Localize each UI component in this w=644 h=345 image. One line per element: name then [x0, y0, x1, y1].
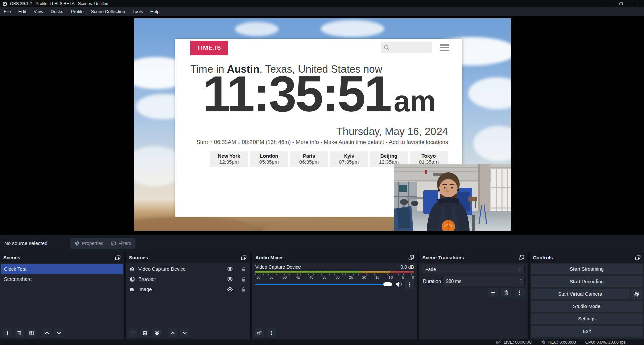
- spin-down-icon[interactable]: [519, 282, 522, 284]
- move-source-down-button[interactable]: [180, 328, 189, 337]
- remove-source-button[interactable]: [140, 328, 149, 337]
- scenes-list: Clock TestScreenshare: [0, 264, 124, 284]
- timeis-sun-info: Sun: ↑ 06:35AM ↓ 08:20PM (13h 46m) - Mor…: [197, 139, 448, 145]
- meter-yellow-segment: [361, 271, 390, 273]
- gears-icon: [257, 330, 262, 336]
- broadcast-muted-icon: [496, 340, 501, 345]
- mixer-options-button[interactable]: [267, 328, 276, 337]
- visibility-eye-icon[interactable]: [227, 276, 233, 282]
- db-tick-label: -30: [334, 275, 339, 279]
- menu-item[interactable]: View: [30, 7, 47, 16]
- filters-button[interactable]: Filters: [106, 238, 135, 249]
- spin-up-icon[interactable]: [519, 278, 522, 281]
- gear-icon: [75, 241, 80, 246]
- add-source-button[interactable]: [128, 328, 137, 337]
- scene-filters-button[interactable]: [27, 328, 36, 337]
- speaker-icon[interactable]: [395, 281, 402, 288]
- volume-slider[interactable]: [255, 284, 391, 285]
- db-tick-label: -50: [282, 275, 287, 279]
- scenes-panel: Scenes Clock TestScreenshare: [0, 252, 124, 340]
- db-tick-label: -20: [361, 275, 366, 279]
- start-virtual-camera-button[interactable]: Start Virtual Camera: [531, 289, 630, 299]
- transition-options-button[interactable]: [515, 288, 525, 297]
- hamburger-menu-icon: [440, 44, 449, 51]
- minimize-button[interactable]: [598, 0, 613, 7]
- source-properties-button[interactable]: [152, 328, 162, 337]
- gear-icon: [634, 291, 640, 297]
- remove-scene-button[interactable]: [15, 328, 24, 337]
- scene-item[interactable]: Clock Test: [1, 264, 123, 274]
- db-tick-label: -45: [295, 275, 300, 279]
- lock-icon[interactable]: [241, 287, 246, 292]
- channel-options-button[interactable]: [405, 279, 414, 290]
- duration-spinbox[interactable]: 300 ms: [442, 276, 525, 286]
- menu-item[interactable]: Scene Collection: [87, 7, 129, 16]
- scene-item[interactable]: Screenshare: [0, 274, 124, 284]
- visibility-eye-icon[interactable]: [227, 286, 233, 292]
- webcam-video-source[interactable]: [394, 164, 511, 231]
- settings-button[interactable]: Settings: [531, 313, 643, 324]
- sources-panel: Sources Video Capture Device Browser: [126, 252, 250, 340]
- meter-red-segment: [390, 271, 414, 273]
- dune: [134, 217, 255, 231]
- plus-icon: [130, 330, 136, 336]
- chevron-down-icon: [56, 330, 62, 336]
- cloud: [235, 22, 279, 36]
- popout-icon[interactable]: [408, 255, 414, 260]
- add-scene-button[interactable]: [3, 328, 12, 337]
- city-card: Paris 06:35pm: [290, 151, 328, 167]
- move-scene-up-button[interactable]: [42, 328, 51, 337]
- virtual-camera-config-button[interactable]: [631, 289, 643, 299]
- dots-icon: [269, 330, 274, 336]
- source-row[interactable]: Video Capture Device: [126, 264, 250, 274]
- transition-dropdown[interactable]: Fade: [422, 265, 525, 274]
- cpu-fps-status: CPU: 0.6%, 30.00 fps: [585, 340, 626, 345]
- volume-slider-handle[interactable]: [383, 282, 392, 286]
- menu-bar: FileEditViewDocksProfileScene Collection…: [0, 7, 644, 16]
- menu-item[interactable]: Edit: [15, 7, 30, 16]
- chevron-up-icon: [170, 330, 175, 336]
- add-transition-button[interactable]: [488, 288, 498, 297]
- timeis-logo: TIME.IS: [190, 41, 228, 55]
- title-bar: OBS 29.1.2 - Profile: LLHLS BETA - Scene…: [0, 0, 644, 7]
- menu-item[interactable]: Profile: [67, 7, 87, 16]
- move-scene-down-button[interactable]: [54, 328, 63, 337]
- popout-icon[interactable]: [635, 255, 641, 260]
- move-source-up-button[interactable]: [168, 328, 177, 337]
- exit-button[interactable]: Exit: [531, 326, 643, 337]
- lock-icon[interactable]: [241, 277, 246, 282]
- properties-button[interactable]: Properties: [70, 238, 108, 249]
- restore-icon: [619, 2, 623, 6]
- visibility-eye-icon[interactable]: [227, 266, 233, 272]
- menu-item[interactable]: Tools: [129, 7, 147, 16]
- remove-transition-button[interactable]: [501, 288, 511, 297]
- source-row[interactable]: Image: [126, 284, 250, 294]
- close-button[interactable]: [629, 0, 644, 7]
- popout-icon[interactable]: [519, 255, 524, 260]
- popout-icon[interactable]: [115, 255, 121, 260]
- db-tick-label: -25: [348, 275, 353, 279]
- preview-canvas[interactable]: TIME.IS Time in Austin, Texas, United St…: [0, 16, 644, 235]
- sources-list: Video Capture Device Browser Image: [126, 264, 250, 294]
- webcam-frame: [394, 164, 511, 231]
- start-recording-button[interactable]: Start Recording: [531, 276, 643, 287]
- menu-item[interactable]: Docks: [47, 7, 67, 16]
- plus-icon: [5, 330, 10, 336]
- lock-icon[interactable]: [241, 267, 246, 272]
- menu-item[interactable]: File: [0, 7, 15, 16]
- menu-item[interactable]: Help: [147, 7, 164, 16]
- source-row[interactable]: Browser: [126, 274, 250, 284]
- db-tick-label: -35: [321, 275, 326, 279]
- audio-mixer-panel: Audio Mixer Video Capture Device 0.0 dB …: [252, 252, 417, 340]
- popout-icon[interactable]: [241, 255, 247, 260]
- studio-mode-button[interactable]: Studio Mode: [531, 301, 643, 312]
- make-default-link: Make Austin time default: [324, 139, 384, 145]
- restore-button[interactable]: [613, 0, 629, 7]
- filter-icon: [111, 241, 116, 246]
- volume-meter: [255, 271, 414, 273]
- scene-composite[interactable]: TIME.IS Time in Austin, Texas, United St…: [134, 18, 511, 231]
- start-streaming-button[interactable]: Start Streaming: [531, 264, 643, 274]
- advanced-audio-button[interactable]: [255, 328, 264, 337]
- obs-logo-icon: [2, 1, 7, 6]
- chevron-up-icon: [519, 267, 522, 269]
